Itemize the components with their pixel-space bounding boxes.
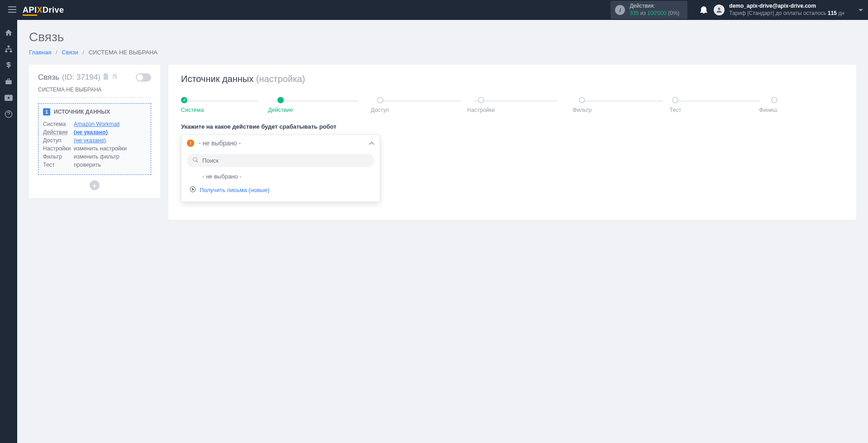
connection-card: Связь (ID: 37194) СИСТЕМА НЕ ВЫБРАНА 1 И… <box>29 65 160 198</box>
info-icon: i <box>615 5 625 15</box>
gear-icon[interactable] <box>111 73 118 82</box>
row-test-label: Тест <box>43 162 74 168</box>
avatar-icon <box>714 5 725 15</box>
row-filter-label: Фильтр <box>43 154 74 160</box>
enable-toggle[interactable] <box>136 73 151 82</box>
dropdown-selected: - не выбрано - <box>199 140 369 147</box>
step-label-test: Тест <box>669 107 681 113</box>
page-header: Связь Главная / Связи / СИСТЕМА НЕ ВЫБРА… <box>17 20 868 56</box>
file-icon[interactable] <box>103 73 109 82</box>
play-icon <box>190 186 196 194</box>
crumb-home[interactable]: Главная <box>29 49 51 56</box>
row-test-value[interactable]: проверить <box>74 162 101 168</box>
actions-of: из <box>639 10 647 16</box>
wizard-steps: Система Действие Доступ Настройки Фильтр <box>181 97 844 113</box>
crumb-links[interactable]: Связи <box>62 49 78 56</box>
config-title: Источник данных <box>181 74 253 84</box>
config-card: Источник данных (настройка) Система Дейс… <box>168 65 856 220</box>
svg-point-7 <box>193 158 197 161</box>
dropdown-toggle[interactable]: ! - не выбрано - <box>181 135 380 151</box>
crumb-current: СИСТЕМА НЕ ВЫБРАНА <box>89 49 157 56</box>
warning-icon: ! <box>187 140 194 147</box>
step-dot-test[interactable] <box>672 97 678 103</box>
step-dot-finish[interactable] <box>771 97 777 103</box>
step-dot-settings[interactable] <box>478 97 484 103</box>
sitemap-icon[interactable] <box>4 44 13 53</box>
row-action-label: Действие <box>43 129 74 135</box>
connection-title: Связь <box>38 73 59 82</box>
page-title: Связь <box>29 30 856 44</box>
step-dot-system[interactable] <box>181 97 187 103</box>
home-icon[interactable] <box>4 28 13 37</box>
search-input[interactable] <box>202 157 369 164</box>
user-email: demo_apix-drive@apix-drive.com <box>729 3 844 10</box>
step-dot-access[interactable] <box>377 97 383 103</box>
help-icon[interactable] <box>4 110 13 119</box>
sidebar <box>0 20 17 229</box>
row-system-value[interactable]: Amazon Workmail <box>74 121 119 127</box>
step-label-access: Доступ <box>371 107 389 113</box>
option-get-mail-label: Получить письма (новые) <box>200 187 270 193</box>
step-label-filter: Фильтр <box>572 107 591 113</box>
row-filter-value[interactable]: изменить фильтр <box>74 154 119 160</box>
row-settings-value[interactable]: изменить настройки <box>74 145 127 152</box>
step-dot-filter[interactable] <box>579 97 585 103</box>
svg-rect-3 <box>10 51 12 53</box>
source-heading: ИСТОЧНИК ДАННЫХ <box>54 109 110 115</box>
actions-used: 335 <box>630 10 639 16</box>
chevron-up-icon <box>369 140 374 147</box>
source-badge: 1 <box>43 108 50 116</box>
step-label-system: Система <box>181 107 204 113</box>
row-action-value[interactable]: (не указано) <box>74 129 108 135</box>
chevron-down-icon[interactable] <box>858 6 863 14</box>
tariff-pre: Тариф |Стандарт| до оплаты осталось <box>729 10 828 16</box>
actions-counter[interactable]: i Действия: 335 из 100'000 (0%) <box>610 1 687 19</box>
svg-rect-4 <box>5 80 12 84</box>
option-none[interactable]: - не выбрано - <box>181 170 380 183</box>
row-access-label: Доступ <box>43 137 74 144</box>
actions-label: Действия: <box>630 3 679 10</box>
breadcrumb: Главная / Связи / СИСТЕМА НЕ ВЫБРАНА <box>29 49 856 56</box>
step-dot-action[interactable] <box>277 97 284 103</box>
youtube-icon[interactable] <box>4 93 13 102</box>
app-logo[interactable]: APIXDrive <box>23 5 64 15</box>
search-icon <box>192 157 199 164</box>
actions-total: 100'000 <box>647 10 666 16</box>
svg-rect-1 <box>8 46 10 48</box>
connection-id: (ID: 37194) <box>62 73 100 82</box>
user-menu[interactable]: demo_apix-drive@apix-drive.com Тариф |Ст… <box>714 3 863 17</box>
step-label-action: Действие <box>268 107 293 113</box>
logo-x: X <box>37 5 43 14</box>
tariff-days: 115 <box>828 10 837 16</box>
step-label-finish: Финиш <box>759 107 777 113</box>
option-get-mail[interactable]: Получить письма (новые) <box>181 183 380 197</box>
connection-status: СИСТЕМА НЕ ВЫБРАНА <box>38 82 151 98</box>
action-field-label: Укажите на какое действие будет срабатыв… <box>181 123 844 130</box>
source-box: 1 ИСТОЧНИК ДАННЫХ СистемаAmazon Workmail… <box>38 103 151 175</box>
config-subtitle: (настройка) <box>256 74 305 84</box>
actions-pct: (0%) <box>667 10 680 16</box>
step-label-settings: Настройки <box>467 107 495 113</box>
add-step-button[interactable]: + <box>90 180 100 190</box>
bell-icon[interactable] <box>700 5 707 15</box>
briefcase-icon[interactable] <box>4 77 13 86</box>
svg-point-0 <box>718 8 720 10</box>
tariff-suf: дн <box>837 10 844 16</box>
row-settings-label: Настройки <box>43 145 74 152</box>
logo-part1: API <box>23 5 37 16</box>
app-header: APIXDrive i Действия: 335 из 100'000 (0%… <box>0 0 868 20</box>
dollar-icon[interactable] <box>4 61 13 70</box>
logo-part3: Drive <box>43 5 64 14</box>
row-access-value[interactable]: (не указано) <box>74 137 106 144</box>
action-dropdown: ! - не выбрано - - не выбрано - Получить… <box>181 135 380 202</box>
svg-rect-2 <box>5 51 8 53</box>
hamburger-icon[interactable] <box>5 3 20 18</box>
row-system-label: Система <box>43 121 74 127</box>
dropdown-search <box>187 154 374 167</box>
